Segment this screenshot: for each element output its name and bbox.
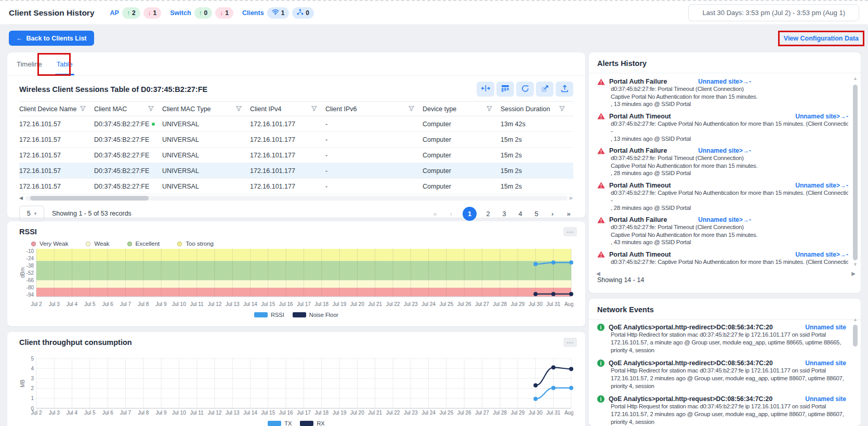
alert-site-link[interactable]: Unnamed site>→- [698,216,751,223]
event-description: Portal Http Redirect for station mac d0:… [597,331,846,354]
column-header-3: Client MAC Type [162,105,250,113]
table-cell: UNIVERSAL [162,183,250,190]
network-events-card: Network Events iQoE Analytics>portal.htt… [589,299,861,426]
throughput-menu-button[interactable]: ⋯ [563,338,577,347]
alert-site-link[interactable]: Unnamed site>→- [795,182,848,189]
svg-text:Jul 2: Jul 2 [31,301,42,307]
wifi-icon [272,9,279,17]
series-legend-label: RSSI [271,312,284,318]
alert-title: Portal Auth Failure [609,147,667,154]
page-next-button[interactable]: › [548,210,557,218]
page-size-select[interactable]: 5 ▾ [19,206,44,221]
column-label: Client IPv6 [325,105,357,113]
table-horizontal-scrollbar[interactable]: ◀ ▶ [19,195,573,201]
table-cell: D0:37:45:B2:27:FE [94,152,162,159]
table-row[interactable]: 172.16.101.57D0:37:45:B2:27:FEUNIVERSAL1… [19,179,573,194]
alert-head: Portal Auth FailureUnnamed site>→- [597,216,848,223]
filter-icon[interactable] [486,105,492,113]
alerts-history-card: Alerts History Portal Auth FailureUnname… [589,52,861,293]
svg-text:Jul 14: Jul 14 [243,410,257,416]
stat-badge-value: 2 [132,9,136,17]
view-configuration-link[interactable]: View Configuration Data [784,35,859,42]
svg-text:-24: -24 [27,256,34,261]
column-resize-button[interactable] [477,82,494,97]
hscroll-track[interactable] [25,196,568,201]
page-prev-button[interactable]: ‹ [446,210,456,218]
hscroll-thumb[interactable] [30,196,149,201]
date-range-picker[interactable]: Last 30 Days: 3:53 pm (Jul 2) - 3:53 pm … [688,4,859,21]
filter-icon[interactable] [311,105,317,113]
svg-text:Jul 2: Jul 2 [31,410,42,416]
filter-icon[interactable] [409,105,414,113]
table-row[interactable]: 172.16.101.57D0:37:45:B2:27:FEUNIVERSAL1… [19,148,573,163]
side-column: Alerts History Portal Auth FailureUnname… [589,52,861,426]
series-swatch-icon [268,421,281,426]
column-label: Device type [423,105,456,113]
table-cell: 15m 2s [501,152,573,159]
svg-text:Jul 7: Jul 7 [120,301,131,307]
page-3-button[interactable]: 3 [499,210,509,218]
band-dot-icon [127,242,132,246]
alerts-scrollbar-thumb[interactable] [853,85,858,260]
scroll-right-arrow-icon[interactable]: ▶ [570,196,573,201]
page-first-button[interactable]: « [430,210,440,218]
back-to-clients-button[interactable]: ← Back to Clients List [9,31,94,46]
svg-text:Jul 19: Jul 19 [333,301,347,307]
event-site-link[interactable]: Unnamed site [805,360,846,367]
event-line: Portal Http Request for station mac d0:3… [611,403,846,410]
rssi-card: RSSI ⋯ Very WeakWeakExcellentToo strong … [7,221,585,326]
svg-text:Jul 20: Jul 20 [350,301,364,307]
columns-button[interactable] [496,82,514,97]
page-1-button[interactable]: 1 [463,207,477,221]
export-button[interactable] [556,82,573,97]
rssi-series-legend: RSSINoise Floor [7,312,585,318]
alerts-scroll-down-icon[interactable]: ▼ [853,262,858,267]
svg-text:Jul 16: Jul 16 [279,410,293,416]
column-header-5: Client IPv6 [325,105,423,113]
refresh-button[interactable] [516,82,534,97]
page-4-button[interactable]: 4 [516,210,525,218]
stat-group-clients: Clients10 [242,7,314,19]
event-line: Portal Http Redirect for station mac d0:… [611,331,846,339]
table-row[interactable]: 172.16.101.57D0:37:45:B2:27:FEUNIVERSAL1… [19,132,573,148]
alerts-page-left-icon[interactable]: ◀ [596,271,600,276]
svg-text:3: 3 [31,376,34,381]
filter-icon[interactable] [80,105,86,113]
svg-text:Jul 17: Jul 17 [297,301,311,307]
alert-line: Captive Portal No Authentication for mor… [611,93,848,101]
events-scroll-up-icon[interactable]: ▲ [853,317,858,322]
alerts-page-right-icon[interactable]: ▶ [851,271,856,276]
alert-warning-icon [597,113,605,119]
table-row[interactable]: 172.16.101.57D0:37:45:B2:27:FEUNIVERSAL1… [19,163,573,179]
actions-row: ← Back to Clients List View Configuratio… [9,31,864,48]
table-row[interactable]: 172.16.101.57D0:37:45:B2:27:FEUNIVERSAL1… [19,116,573,132]
page-2-button[interactable]: 2 [483,210,493,218]
svg-text:4: 4 [31,366,34,371]
table-header-row: Client Device NameClient MACClient MAC T… [19,101,573,116]
event-site-link[interactable]: Unnamed site [805,395,846,403]
rssi-menu-button[interactable]: ⋯ [563,227,577,236]
svg-text:Aug 1: Aug 1 [564,301,573,307]
filter-icon[interactable] [148,105,154,113]
svg-text:Jul 17: Jul 17 [297,410,311,416]
event-site-link[interactable]: Unnamed site [805,324,846,331]
filter-icon[interactable] [559,105,565,113]
records-summary: Showing 1 - 5 of 53 records [52,210,131,217]
event-info-icon: i [597,324,604,331]
page-last-button[interactable]: » [564,210,573,218]
events-scrollbar-thumb[interactable] [853,325,858,347]
alert-site-link[interactable]: Unnamed site>→- [698,78,751,85]
page-5-button[interactable]: 5 [532,210,541,218]
stat-label-switch: Switch [170,9,191,17]
alert-site-link[interactable]: Unnamed site>→- [795,251,848,258]
rssi-chart: -10-24-38-52-66-80-94dBmJul 2Jul 3Jul 4J… [7,247,585,311]
event-item: iQoE Analytics>portal.http-redirect>DC:0… [597,324,846,354]
table-cell: 172.16.101.57 [19,121,94,128]
alert-site-link[interactable]: Unnamed site>→- [795,113,848,120]
alert-site-link[interactable]: Unnamed site>→- [698,147,751,154]
filter-icon[interactable] [236,105,242,113]
alerts-scroll-up-icon[interactable]: ▲ [853,76,858,81]
scroll-left-arrow-icon[interactable]: ◀ [19,196,23,201]
open-external-button[interactable] [536,82,554,97]
alert-head: Portal Auth FailureUnnamed site>→- [597,147,848,154]
